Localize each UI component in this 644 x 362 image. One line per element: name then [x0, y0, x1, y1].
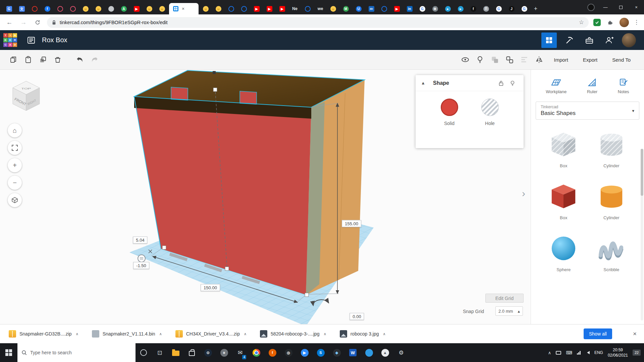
download-snapmaker-zip[interactable]: Snapmaker-GD32B....zip ∧ [9, 330, 78, 338]
google-translate-favicon[interactable]: 文 [15, 3, 28, 14]
google-favicon[interactable]: G [492, 3, 505, 14]
edit-grid-button[interactable]: Edit Grid [485, 294, 524, 303]
adblock-extension-icon[interactable] [593, 19, 601, 26]
sidebar-scrollbar[interactable] [641, 149, 643, 320]
download-ch34x-zip[interactable]: CH34X_Driver_V3.4....zip ∧ [175, 330, 247, 338]
emoji-favicon[interactable]: ☺ [79, 3, 92, 14]
gear-app-favicon[interactable]: ⚙ [429, 3, 441, 14]
task-view-icon[interactable]: ⊡ [152, 343, 168, 362]
obs-icon[interactable]: ◎ [280, 343, 297, 362]
file-explorer-icon[interactable] [168, 343, 184, 362]
window-close-button[interactable]: × [629, 0, 644, 14]
perspective-toggle-button[interactable] [8, 193, 22, 207]
home-view-button[interactable]: ⌂ [8, 123, 22, 137]
zoom-out-button[interactable]: − [8, 176, 22, 190]
window-minimize-button[interactable]: — [598, 0, 613, 14]
linkedin-favicon[interactable]: in [403, 3, 416, 14]
photos-app-icon[interactable]: ◆ [329, 343, 345, 362]
gap-dimension-label[interactable]: 5.04 [133, 237, 147, 244]
download-filename[interactable]: robocop 3.jpg [351, 331, 379, 337]
ruler-origin-widget[interactable] [138, 255, 145, 262]
hole-swatch-icon[interactable] [481, 99, 499, 116]
volume-tray-icon[interactable] [585, 351, 590, 354]
redo-button[interactable] [87, 52, 102, 67]
slicer-app-icon[interactable]: ▲ [377, 343, 393, 362]
zoom-in-button[interactable]: + [8, 158, 22, 172]
show-all-button[interactable]: Show all [584, 328, 612, 339]
height-dimension-label[interactable]: 155.00 [342, 220, 361, 227]
black-app-favicon[interactable]: f [467, 3, 480, 14]
cortana-icon[interactable] [136, 343, 152, 362]
lock-toggle-button[interactable] [495, 80, 507, 86]
shape-box-solid[interactable]: Box [549, 182, 578, 220]
shape-scribble[interactable]: Scribble [597, 234, 626, 272]
emoji-favicon[interactable]: ☺ [199, 3, 212, 14]
tinkercad-circle-favicon[interactable] [301, 3, 314, 14]
inspector-collapse-button[interactable]: ▲ [421, 80, 430, 85]
tinker-pickaxe-button[interactable] [561, 33, 577, 48]
telegram-favicon[interactable]: ▸ [454, 3, 467, 14]
view-cube[interactable]: TOP FRONT RIGHT [9, 79, 44, 114]
add-person-button[interactable] [602, 33, 617, 48]
downloads-close-icon[interactable]: × [633, 330, 637, 338]
design-title[interactable]: Rox Box [42, 36, 67, 44]
edge-icon[interactable] [361, 343, 377, 362]
firefox-icon[interactable]: f [264, 343, 280, 362]
game-launcher-icon[interactable]: ¤ [216, 343, 232, 362]
taskbar-clock[interactable]: 20:59 02/06/2021 [608, 347, 628, 358]
light-button[interactable] [473, 52, 487, 67]
send-to-button[interactable]: Send To [605, 57, 638, 63]
base-dimension-label[interactable]: 0.00 [350, 313, 364, 320]
ungroup-button[interactable] [502, 52, 517, 67]
height-handle[interactable] [213, 71, 216, 74]
extensions-puzzle-icon[interactable] [605, 18, 615, 27]
ultimaker-favicon[interactable]: U [352, 3, 365, 14]
black-app-favicon[interactable]: J [505, 3, 518, 14]
download-menu-caret[interactable]: ∧ [159, 332, 162, 336]
youtube-favicon[interactable]: ▶ [263, 3, 276, 14]
green-app-favicon[interactable]: A [117, 3, 130, 14]
design-menu-icon[interactable] [24, 34, 38, 47]
reload-button[interactable] [33, 18, 42, 27]
emoji-favicon[interactable]: ☺ [92, 3, 105, 14]
scrollbar-thumb[interactable] [641, 149, 643, 196]
download-menu-caret[interactable]: ∧ [324, 332, 326, 336]
sidebar-collapse-handle[interactable]: › [522, 188, 525, 199]
action-center-badge[interactable]: 22 [633, 350, 641, 356]
tinkercad-logo[interactable]: TINKERCAD [3, 33, 17, 47]
bank-favicon[interactable]: Π [480, 3, 492, 14]
skype-icon[interactable]: S [313, 343, 329, 362]
emoji-favicon[interactable]: ☺ [156, 3, 168, 14]
solid-swatch-icon[interactable] [441, 99, 458, 116]
red-ring-favicon[interactable] [28, 3, 41, 14]
emoji-favicon[interactable]: ☺ [327, 3, 339, 14]
download-snapmaker-bin[interactable]: Snapmaker2_V1.11.4.bin ∧ [92, 330, 162, 338]
shape-cylinder-solid[interactable]: Cylinder [597, 182, 626, 220]
dashboard-grid-button[interactable] [541, 33, 557, 48]
start-button[interactable] [0, 343, 17, 362]
solid-option[interactable]: Solid [441, 99, 458, 126]
network-tray-icon[interactable] [577, 351, 581, 355]
window-maximize-button[interactable] [613, 0, 629, 14]
download-filename[interactable]: 58204-robocop-3-....jpg [271, 331, 320, 337]
microsoft-store-icon[interactable] [184, 343, 200, 362]
shape-sphere[interactable]: Sphere [549, 234, 578, 272]
address-bar[interactable]: tinkercad.com/things/9FBOR1eSGpR-rox-box… [47, 17, 589, 28]
tab-ne[interactable]: Ne [288, 3, 301, 14]
google-favicon[interactable]: G [416, 3, 429, 14]
download-filename[interactable]: Snapmaker-GD32B....zip [19, 331, 72, 337]
youtube-favicon[interactable]: ▶ [250, 3, 263, 14]
new-tab-button[interactable]: + [531, 4, 541, 14]
bookmark-star-icon[interactable]: ☆ [579, 19, 584, 26]
hole-option[interactable]: Hole [481, 99, 499, 126]
settings-icon[interactable]: ⚙ [393, 343, 409, 362]
m-app-favicon[interactable]: M [339, 3, 352, 14]
download-filename[interactable]: Snapmaker2_V1.11.4.bin [103, 331, 155, 337]
browser-profile-icon[interactable] [584, 0, 598, 14]
width-dimension-label[interactable]: 150.00 [201, 284, 220, 291]
google-favicon[interactable]: G [518, 3, 531, 14]
viewport-3d[interactable]: TOP FRONT RIGHT ⌂ + − 150.00 155.00 5.04… [0, 70, 531, 324]
movies-app-icon[interactable]: ▶ [297, 343, 313, 362]
chrome-icon[interactable] [248, 343, 264, 362]
tinkercad-circle-favicon[interactable] [237, 3, 250, 14]
